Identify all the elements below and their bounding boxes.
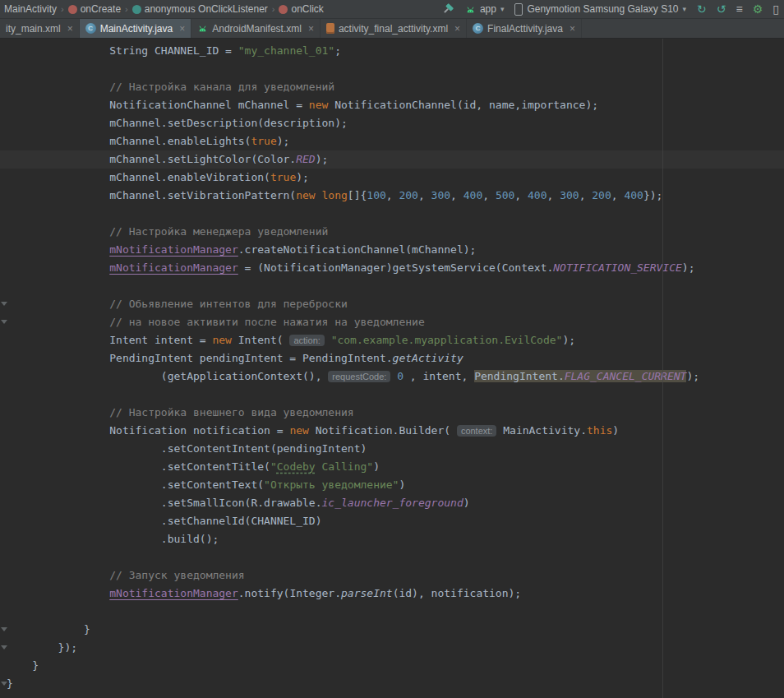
apply-code-changes-icon[interactable]: ↺ <box>717 3 726 15</box>
code-line[interactable]: .setChannelId(CHANNEL_ID) <box>0 512 784 530</box>
code-line[interactable]: // Настройка канала для уведомлений <box>0 78 784 96</box>
code-token: []{ <box>348 189 367 201</box>
editor-tab[interactable]: CMainActivity.java× <box>80 19 192 38</box>
close-tab-icon[interactable]: × <box>308 24 314 34</box>
code-line[interactable]: .setSmallIcon(R.drawable.ic_launcher_for… <box>0 494 784 512</box>
code-line[interactable]: mNotificationManager = (NotificationMana… <box>0 259 784 277</box>
close-tab-icon[interactable]: × <box>179 24 185 34</box>
code-line[interactable]: Intent intent = new Intent( action: "com… <box>0 331 784 349</box>
code-token <box>7 587 109 599</box>
code-line[interactable]: // на новое активити после нажатия на ув… <box>0 313 784 331</box>
code-token: ) <box>612 424 619 437</box>
code-token: mChannel.setLightColor(Color. <box>7 153 296 165</box>
breadcrumb-label: MainActivity <box>4 3 57 15</box>
tab-label: ity_main.xml <box>6 23 61 35</box>
code-token: , <box>482 189 496 201</box>
code-line[interactable]: .build(); <box>0 530 784 548</box>
code-token: = (NotificationManager)getSystemService(… <box>238 261 554 274</box>
code-token: } <box>7 623 90 636</box>
sync-gradle-icon[interactable]: ⚙ <box>753 3 763 15</box>
code-line[interactable]: mNotificationManager.createNotificationC… <box>0 241 784 259</box>
code-line[interactable]: } <box>0 621 784 639</box>
code-line[interactable]: (getApplicationContext(), requestCode: 0… <box>0 367 784 386</box>
code-line[interactable]: .setContentTitle("Codeby Calling") <box>0 458 784 476</box>
code-token: Calling" <box>316 460 373 473</box>
code-token: new <box>309 99 328 111</box>
run-config-selector[interactable]: app ▾ <box>465 3 505 15</box>
apply-changes-icon[interactable]: ↻ <box>697 3 707 15</box>
code-line[interactable]: mChannel.enableLights(true); <box>0 132 784 150</box>
code-line[interactable]: PendingIntent pendingIntent = PendingInt… <box>0 349 784 367</box>
breadcrumb-label: onCreate <box>81 3 121 15</box>
fold-marker-icon[interactable] <box>1 320 7 324</box>
code-line[interactable] <box>0 60 784 78</box>
code-line[interactable]: Notification notification = new Notifica… <box>0 422 784 440</box>
code-line[interactable] <box>0 205 784 223</box>
fold-marker-icon[interactable] <box>1 302 7 306</box>
code-line[interactable]: String CHANNEL_ID = "my_channel_01"; <box>0 42 784 60</box>
code-token: ) <box>463 497 470 509</box>
code-line[interactable]: mChannel.setVibrationPattern(new long[]{… <box>0 187 784 205</box>
code-line[interactable]: .setContentText("Открыть уведомление") <box>0 476 784 494</box>
code-token: , <box>386 189 399 201</box>
code-token: .setContentTitle( <box>7 460 270 473</box>
code-line[interactable]: mChannel.enableVibration(true); <box>0 169 784 187</box>
code-line[interactable]: } <box>0 675 784 693</box>
close-tab-icon[interactable]: × <box>570 24 575 34</box>
fold-marker-icon[interactable] <box>1 627 7 631</box>
code-line[interactable]: mNotificationManager.notify(Integer.pars… <box>0 585 784 603</box>
code-line[interactable]: } <box>0 657 784 675</box>
close-tab-icon[interactable]: × <box>454 24 460 34</box>
code-line[interactable]: .setContentIntent(pendingIntent) <box>0 440 784 458</box>
code-token: }); <box>643 189 662 201</box>
method-icon <box>68 5 77 14</box>
code-line[interactable]: // Запуск уведомления <box>0 566 784 585</box>
code-line[interactable] <box>0 548 784 566</box>
code-token: mChannel.setDescription(description); <box>7 117 348 129</box>
code-token: , intent, <box>404 370 474 382</box>
code-line[interactable]: // Настройка менеджера уведомлений <box>0 223 784 241</box>
code-token: , <box>579 189 593 201</box>
code-line[interactable]: // Настройка внешнего вида уведомления <box>0 404 784 422</box>
code-line[interactable] <box>0 603 784 621</box>
toolbar: app ▾ Genymotion Samsung Galaxy S10 ▾ ↻↺… <box>441 2 779 16</box>
code-token: (getApplicationContext(), <box>7 370 328 382</box>
code-line[interactable]: }); <box>0 639 784 657</box>
editor-tab[interactable]: CFinalActtivity.java× <box>467 19 582 38</box>
close-tab-icon[interactable]: × <box>67 24 73 34</box>
code-token: , <box>611 189 625 201</box>
breadcrumb-item[interactable]: MainActivity <box>2 3 58 15</box>
code-line[interactable]: mChannel.setDescription(description); <box>0 114 784 132</box>
code-line[interactable] <box>0 277 784 295</box>
code-token: ic_launcher_foreground <box>322 497 463 509</box>
breadcrumb-item[interactable]: onCreate <box>67 3 122 15</box>
breadcrumb-item[interactable]: onClick <box>277 3 325 15</box>
editor-tab[interactable]: AndroidManifest.xml× <box>191 19 321 38</box>
chevron-down-icon: ▾ <box>500 5 505 13</box>
fold-marker-icon[interactable] <box>1 645 7 649</box>
code-line[interactable]: // Обьявление интентов для переброски <box>0 295 784 313</box>
code-token: // Запуск уведомления <box>7 569 245 581</box>
build-hammer-icon[interactable] <box>441 2 454 16</box>
code-token <box>7 243 109 256</box>
profiler-icon[interactable]: ≡ <box>736 3 743 15</box>
code-line[interactable] <box>0 386 784 404</box>
code-token: }); <box>7 641 77 654</box>
code-line[interactable]: NotificationChannel mChannel = new Notif… <box>0 96 784 114</box>
fold-marker-icon[interactable] <box>1 682 7 686</box>
code-token: , <box>514 189 528 201</box>
code-token: parseInt <box>341 587 393 599</box>
device-selector[interactable]: Genymotion Samsung Galaxy S10 ▾ <box>514 3 686 16</box>
code-token: ); <box>277 135 290 147</box>
editor-tab[interactable]: activity_final_acttivity.xml× <box>321 19 467 38</box>
code-editor[interactable]: String CHANNEL_ID = "my_channel_01"; // … <box>0 39 784 698</box>
code-token: ); <box>686 370 699 382</box>
code-token: } <box>7 659 39 672</box>
code-token: PendingIntent pendingIntent = PendingInt… <box>7 352 393 364</box>
code-token: 400 <box>528 189 546 201</box>
editor-tab[interactable]: ity_main.xml× <box>0 19 80 38</box>
breadcrumb-item[interactable]: anonymous OnClickListener <box>131 3 270 15</box>
device-frame-icon[interactable]: ▯ <box>772 3 779 15</box>
code-line[interactable]: mChannel.setLightColor(Color.RED); <box>0 150 784 169</box>
code-token: ) <box>399 478 405 491</box>
